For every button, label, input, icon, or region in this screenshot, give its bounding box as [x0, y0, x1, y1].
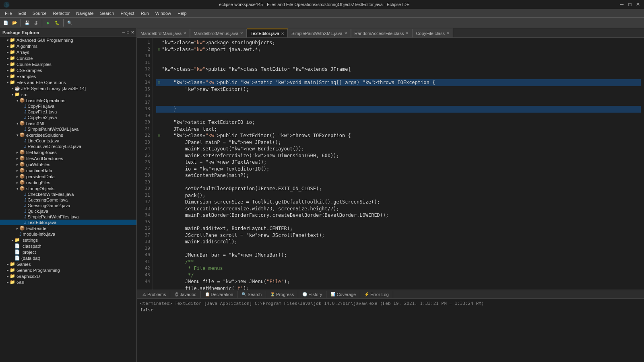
tree-item-readingFiles[interactable]: ▸📦readingFiles	[0, 179, 136, 185]
tree-item-storingObjects[interactable]: ▾📦storingObjects	[0, 185, 136, 191]
close-button[interactable]: ✕	[635, 2, 641, 7]
tree-item-_project[interactable]: 📄.project	[0, 249, 136, 255]
menu-item-navigate[interactable]: Navigate	[73, 10, 97, 16]
tree-item-LineCounts_java[interactable]: JLineCounts.java	[0, 138, 136, 144]
open-button[interactable]: 📂	[10, 19, 19, 27]
tree-item-SimplePaintWithXML_java[interactable]: JSimplePaintWithXML.java	[0, 126, 136, 132]
bottom-tab-search[interactable]: 🔍Search	[237, 291, 266, 298]
bottom-tab-coverage[interactable]: 📊Coverage	[326, 291, 360, 298]
tree-item-filesAndDirectories[interactable]: ▸📦filesAndDirectories	[0, 155, 136, 161]
tree-item-TextEditor_java[interactable]: JTextEditor.java	[0, 220, 136, 225]
menu-item-refactor[interactable]: Refactor	[50, 10, 73, 16]
tree-item-Quick_java[interactable]: JQuick.java	[0, 208, 136, 214]
expand-icon: ▸	[15, 175, 19, 179]
sidebar-minimize-icon[interactable]: ─	[122, 30, 125, 35]
tab-close-icon[interactable]: ✕	[446, 31, 450, 35]
tab-close-icon[interactable]: ✕	[344, 31, 347, 35]
tree-item-Examples[interactable]: ▸📁Examples	[0, 73, 136, 79]
tree-item-CSExamples[interactable]: ▸📁CSExamples	[0, 67, 136, 73]
tree-item-label: filesAndDirectories	[26, 156, 63, 161]
menu-item-file[interactable]: File	[2, 10, 15, 16]
tree-item-basicFileOperations[interactable]: ▾📦basicFileOperations	[0, 97, 136, 103]
editor-tab-MandelbrotMenus_java[interactable]: MandelbrotMenus.java✕	[190, 29, 247, 37]
tree-item-Files_and_File_Operations[interactable]: ▾📁Files and File Operations	[0, 79, 136, 85]
tree-item-Advanced_GUI_Programming[interactable]: ▾📁Advanced GUI Programming	[0, 37, 136, 43]
sidebar-controls[interactable]: ─ □ ✕	[122, 30, 134, 35]
tree-item-Generic_Programming[interactable]: ▸📁Generic Programming	[0, 267, 136, 273]
menu-item-project[interactable]: Project	[117, 10, 137, 16]
menu-item-source[interactable]: Source	[29, 10, 50, 16]
tab-close-icon[interactable]: ✕	[240, 31, 243, 35]
tree-item-CopyFile2_java[interactable]: JCopyFile2.java	[0, 115, 136, 120]
tree-item-src[interactable]: ▾📁src	[0, 91, 136, 97]
tree-item-RecursiveDirectoryList_java[interactable]: JRecursiveDirectoryList.java	[0, 144, 136, 149]
tree-item-_settings[interactable]: ▸📁.settings	[0, 237, 136, 243]
code-line: mainP.setLayout("kw">new BorderLayout())…	[156, 146, 641, 152]
code-line: "kw">new TextEditor();	[156, 86, 641, 93]
menu-item-help[interactable]: Help	[174, 10, 190, 16]
window-controls[interactable]: ─ □ ✕	[619, 2, 641, 7]
bottom-tab-history[interactable]: 🕐History	[298, 291, 326, 298]
tree-item-GUI[interactable]: ▸📁GUI	[0, 279, 136, 285]
code-line: mainP.setPreferredSize("kw">new Dimensio…	[156, 152, 641, 159]
editor-tab-SimplePaintWithXML_java[interactable]: SimplePaintWithXML.java✕	[288, 29, 351, 37]
editor-tab-RandomAccessFile_class[interactable]: RandomAccessFile.class✕	[351, 29, 413, 37]
sidebar-maximize-icon[interactable]: □	[127, 30, 129, 35]
bottom-tab-problems[interactable]: ⚠Problems	[138, 291, 170, 298]
tree-item-SimplePaintWithFiles_java[interactable]: JSimplePaintWithFiles.java	[0, 214, 136, 220]
editor-tab-CopyFile_class[interactable]: CopyFile.class✕	[412, 29, 453, 37]
tree-item-persistentData[interactable]: ▸📦persistentData	[0, 173, 136, 179]
tree-item-machineData[interactable]: ▸📦machineData	[0, 167, 136, 173]
menu-item-window[interactable]: Window	[152, 10, 174, 16]
tree-item-CheckersWithFiles_java[interactable]: JCheckersWithFiles.java	[0, 191, 136, 197]
tree-item-fileDialogBoxes[interactable]: ▸📦fileDialogBoxes	[0, 149, 136, 155]
tree-item-exercisesSolutions[interactable]: ▾📦exercisesSolutions	[0, 132, 136, 138]
tree-item-GuessingGame_java[interactable]: JGuessingGame.java	[0, 197, 136, 203]
tab-close-icon[interactable]: ✕	[183, 31, 186, 35]
code-editor[interactable]: 1210111213141516171819202122232425262728…	[137, 38, 644, 290]
editor-tab-MandelbrotMain_java[interactable]: MandelbrotMain.java✕	[137, 29, 190, 37]
tree-item-CopyFile1_java[interactable]: JCopyFile1.java	[0, 109, 136, 115]
run-button[interactable]: ▶	[44, 19, 52, 27]
bottom-tab-progress[interactable]: ⏳Progress	[266, 291, 298, 298]
debug-button[interactable]: 🐛	[53, 19, 61, 27]
code-text: text = "kw">new JTextArea();	[162, 159, 641, 166]
print-button[interactable]: 🖨	[32, 19, 40, 27]
code-text: "kw">new TextEditor();	[162, 86, 641, 93]
maximize-button[interactable]: □	[627, 2, 633, 7]
tree-item-Arrays[interactable]: ▸📁Arrays	[0, 49, 136, 55]
tab-close-icon[interactable]: ✕	[281, 31, 284, 36]
sidebar-close-icon[interactable]: ✕	[131, 30, 134, 35]
expand-icon: ▸	[15, 169, 19, 173]
tree-item-basicXML[interactable]: ▾📦basicXML	[0, 120, 136, 126]
tree-item-_classpath[interactable]: 📄.classpath	[0, 243, 136, 249]
bottom-tab-icon: ⚡	[364, 292, 369, 296]
minimize-button[interactable]: ─	[619, 2, 625, 7]
bottom-tab-error-log[interactable]: ⚡Error Log	[360, 291, 393, 298]
search-button[interactable]: 🔍	[66, 19, 74, 27]
save-button[interactable]: 💾	[23, 19, 31, 27]
tree-item-_data_dat_[interactable]: 📄(data.dat)	[0, 255, 136, 261]
expand-icon: ▸	[15, 226, 19, 230]
bottom-tab-javadoc[interactable]: @Javadoc	[170, 291, 200, 298]
tree-item-GuessingGame2_java[interactable]: JGuessingGame2.java	[0, 203, 136, 208]
tree-item-Graphics2D[interactable]: ▸📁Graphics2D	[0, 273, 136, 279]
tab-close-icon[interactable]: ✕	[405, 31, 409, 35]
menu-item-search[interactable]: Search	[97, 10, 118, 16]
tree-item-Console[interactable]: ▸📁Console	[0, 55, 136, 61]
menu-item-edit[interactable]: Edit	[15, 10, 29, 16]
editor-tab-TextEditor_java[interactable]: TextEditor.java✕	[247, 29, 288, 37]
tree-item-Games[interactable]: ▸📁Games	[0, 261, 136, 267]
tree-item-Algorithms[interactable]: ▸📁Algorithms	[0, 43, 136, 49]
tree-item-textReader[interactable]: ▸📦textReader	[0, 225, 136, 231]
code-content[interactable]: "kw">class="kw">package storingObjects;⊕…	[153, 38, 644, 290]
tree-item-JRE_System_Library__JavaSE_14_[interactable]: ▸☕JRE System Library [JavaSE-14]	[0, 85, 136, 91]
new-button[interactable]: 📄	[2, 19, 10, 27]
tree-item-CopyFile_java[interactable]: JCopyFile.java	[0, 103, 136, 109]
package-explorer-tree[interactable]: ▾📁Advanced GUI Programming▸📁Algorithms▸📁…	[0, 37, 136, 362]
tree-item-guiWithFiles[interactable]: ▸📦guiWithFiles	[0, 161, 136, 167]
bottom-tab-declaration[interactable]: 📋Declaration	[201, 291, 238, 298]
tree-item-Course_Examples[interactable]: ▸📁Course Examples	[0, 61, 136, 67]
menu-item-run[interactable]: Run	[138, 10, 152, 16]
tree-item-module_info_java[interactable]: Jmodule-info.java	[0, 231, 136, 237]
